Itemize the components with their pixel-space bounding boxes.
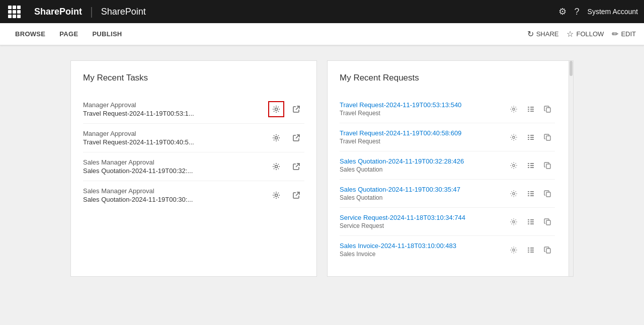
request-link[interactable]: Service Request-2024-11-18T03:10:34:744: [340, 214, 507, 221]
task-type: Manager Approval: [83, 130, 268, 137]
nav-items: BROWSE PAGE PUBLISH: [8, 23, 527, 45]
system-account-label[interactable]: System Account: [588, 8, 638, 16]
task-actions: [268, 101, 304, 117]
request-link[interactable]: Sales Quotation-2024-11-19T00:30:35:47: [340, 186, 507, 193]
request-settings-button[interactable]: [507, 243, 521, 257]
svg-rect-14: [530, 111, 534, 112]
request-link[interactable]: Travel Request-2024-11-19T00:53:13:540: [340, 101, 507, 109]
svg-rect-54: [530, 252, 534, 253]
request-copy-button[interactable]: [541, 158, 555, 173]
brand-section: SharePoint | SharePoint: [27, 5, 153, 18]
panel-right-inner: My Recent Requests Travel Request-2024-1…: [340, 73, 561, 264]
request-copy-button[interactable]: [541, 102, 555, 116]
svg-rect-38: [530, 195, 534, 196]
svg-rect-33: [528, 191, 529, 192]
svg-rect-21: [528, 139, 529, 140]
svg-rect-30: [530, 167, 534, 168]
request-list-button[interactable]: [524, 158, 538, 173]
task-name: Travel Request-2024-11-19T00:40:5...: [83, 138, 268, 146]
svg-rect-28: [530, 165, 534, 166]
svg-rect-52: [530, 250, 534, 251]
task-open-button[interactable]: [288, 101, 304, 117]
svg-rect-50: [530, 248, 534, 249]
request-info: Travel Request-2024-11-19T00:40:58:609 T…: [340, 129, 507, 145]
task-open-button[interactable]: [288, 187, 304, 203]
request-type: Travel Request: [340, 110, 507, 117]
svg-rect-27: [528, 165, 529, 166]
scrollbar-thumb[interactable]: [570, 61, 573, 76]
request-settings-button[interactable]: [507, 130, 521, 144]
svg-rect-9: [528, 107, 529, 108]
svg-rect-25: [528, 163, 529, 164]
site-name[interactable]: SharePoint: [94, 7, 153, 17]
request-list-button[interactable]: [524, 215, 538, 229]
task-row: Manager Approval Travel Request-2024-11-…: [83, 95, 304, 124]
nav-page[interactable]: PAGE: [52, 23, 85, 45]
request-type: Sales Quotation: [340, 166, 507, 173]
recent-tasks-panel: My Recent Tasks Manager Approval Travel …: [70, 60, 317, 277]
top-navigation-bar: SharePoint | SharePoint ⚙ ? System Accou…: [0, 0, 644, 23]
svg-point-32: [513, 192, 515, 194]
brand-name[interactable]: SharePoint: [27, 7, 89, 17]
share-icon: ↻: [527, 29, 534, 39]
task-info: Sales Manager Approval Sales Quotation-2…: [83, 158, 268, 175]
request-copy-button[interactable]: [541, 130, 555, 144]
requests-list: Travel Request-2024-11-19T00:53:13:540 T…: [340, 95, 555, 264]
nav-browse[interactable]: BROWSE: [8, 23, 52, 45]
svg-rect-45: [528, 223, 529, 224]
svg-line-3: [296, 135, 299, 138]
task-settings-button[interactable]: [268, 187, 284, 203]
request-copy-button[interactable]: [541, 187, 555, 201]
request-settings-button[interactable]: [507, 102, 521, 116]
request-type: Travel Request: [340, 138, 507, 145]
request-actions: [507, 187, 555, 201]
task-name: Sales Quotation-2024-11-19T00:32:...: [83, 167, 268, 175]
svg-rect-47: [546, 220, 550, 225]
svg-point-4: [275, 166, 278, 168]
nav-publish[interactable]: PUBLISH: [85, 23, 129, 45]
task-type: Manager Approval: [83, 101, 268, 109]
request-row: Sales Quotation-2024-11-19T00:30:35:47 S…: [340, 180, 555, 208]
task-name: Travel Request-2024-11-19T00:53:1...: [83, 110, 268, 117]
edit-button[interactable]: ✏ EDIT: [612, 29, 636, 39]
svg-rect-55: [546, 249, 550, 253]
follow-button[interactable]: ☆ FOLLOW: [567, 29, 604, 39]
request-row: Service Request-2024-11-18T03:10:34:744 …: [340, 208, 555, 236]
svg-point-40: [513, 220, 515, 222]
help-icon[interactable]: ?: [575, 7, 580, 17]
svg-rect-31: [546, 164, 550, 169]
task-open-button[interactable]: [288, 158, 304, 175]
recent-requests-panel: My Recent Requests Travel Request-2024-1…: [327, 60, 574, 277]
svg-point-8: [513, 108, 515, 110]
request-type: Sales Invoice: [340, 251, 507, 258]
request-link[interactable]: Sales Quotation-2024-11-19T00:32:28:426: [340, 157, 507, 165]
app-launcher-button[interactable]: [6, 4, 22, 20]
request-settings-button[interactable]: [507, 215, 521, 229]
request-copy-button[interactable]: [541, 243, 555, 257]
request-list-button[interactable]: [524, 243, 538, 257]
svg-point-24: [513, 164, 515, 166]
settings-icon[interactable]: ⚙: [558, 6, 567, 17]
task-settings-button[interactable]: [268, 158, 284, 175]
task-settings-button[interactable]: [268, 130, 284, 146]
svg-rect-51: [528, 250, 529, 251]
request-link[interactable]: Sales Invoice-2024-11-18T03:10:00:483: [340, 242, 507, 250]
request-list-button[interactable]: [524, 102, 538, 116]
request-info: Sales Quotation-2024-11-19T00:30:35:47 S…: [340, 186, 507, 201]
svg-rect-10: [530, 107, 534, 108]
secondary-navigation: BROWSE PAGE PUBLISH ↻ SHARE ☆ FOLLOW ✏ E…: [0, 23, 644, 45]
recent-tasks-title: My Recent Tasks: [83, 73, 304, 83]
tasks-list: Manager Approval Travel Request-2024-11-…: [83, 95, 304, 209]
task-open-button[interactable]: [288, 130, 304, 146]
request-settings-button[interactable]: [507, 158, 521, 173]
svg-rect-18: [530, 135, 534, 136]
task-info: Manager Approval Travel Request-2024-11-…: [83, 130, 268, 146]
task-settings-button[interactable]: [268, 101, 284, 117]
request-copy-button[interactable]: [541, 215, 555, 229]
share-button[interactable]: ↻ SHARE: [527, 29, 559, 39]
request-list-button[interactable]: [524, 187, 538, 201]
task-type: Sales Manager Approval: [83, 187, 268, 195]
request-list-button[interactable]: [524, 130, 538, 144]
request-link[interactable]: Travel Request-2024-11-19T00:40:58:609: [340, 129, 507, 137]
request-settings-button[interactable]: [507, 187, 521, 201]
